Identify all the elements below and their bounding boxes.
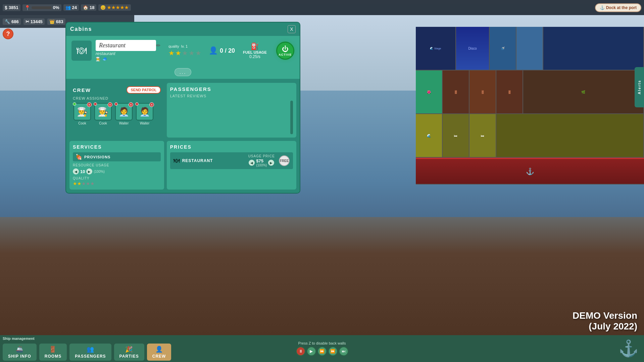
parties-label: PARTIES bbox=[119, 354, 139, 359]
crew-count: 24 bbox=[72, 5, 77, 10]
room-icon: 🍽 bbox=[77, 45, 87, 56]
dots-button[interactable]: ... bbox=[175, 68, 192, 76]
price-amount-display: $75 (100%) bbox=[256, 158, 267, 167]
room-name-input[interactable] bbox=[96, 40, 156, 51]
scrollbar[interactable] bbox=[290, 101, 293, 134]
crew-tab-label: CREW bbox=[152, 354, 166, 359]
cook-icon-sm: 👨‍🍳 bbox=[96, 57, 101, 61]
crew-dot-red2 bbox=[135, 102, 139, 106]
crew-hud-icon: 👥 bbox=[65, 5, 71, 10]
rating-stars: ★★★★★ bbox=[107, 5, 129, 10]
money-value: 3851 bbox=[9, 5, 18, 10]
crew-grid: 👨‍🍳 × Cook 👨‍🍳 × Cook bbox=[73, 103, 161, 125]
fast-forward-button[interactable]: ⏩ bbox=[317, 347, 327, 356]
resource-increase-button[interactable]: ▶ bbox=[86, 168, 92, 174]
dots-row: ... bbox=[66, 65, 300, 80]
crew-remove-cook1[interactable]: × bbox=[87, 102, 92, 107]
cook1-icon: 👨‍🍳 bbox=[77, 107, 88, 117]
crew-count-display: 👥 24 bbox=[63, 4, 79, 11]
ship-cutaway: 🌊 Stage Disco 🚿 🌺 🚪 🚪 🚪 🌿 🌊 🛏 🛏 ⚓ bbox=[416, 27, 644, 221]
crew-avatar-cook2[interactable]: 👨‍🍳 × bbox=[94, 103, 112, 120]
crew-avatar-cook1[interactable]: 👨‍🍳 × bbox=[73, 103, 91, 120]
crew-avatar-waiter1[interactable]: 🧑‍💼 × bbox=[115, 103, 133, 120]
quality-row: QUALITY ★★★★★ bbox=[73, 176, 161, 186]
crew-dot-green2 bbox=[94, 102, 97, 106]
nav-tab-rooms[interactable]: 🚪 ROOMS bbox=[39, 344, 67, 361]
power-button[interactable]: ⏻ ACTIVE bbox=[276, 42, 294, 60]
resource2-icon: ✂ bbox=[26, 19, 29, 24]
location-icon: 📍 bbox=[24, 5, 30, 10]
nav-tab-parties[interactable]: 🎉 PARTIES bbox=[114, 344, 144, 361]
resource3-icon: 👑 bbox=[49, 19, 55, 24]
person-icon: 👤 bbox=[209, 46, 218, 55]
resource-value: 10 bbox=[80, 169, 85, 174]
crew-card-waiter1: 🧑‍💼 × Waiter bbox=[114, 103, 133, 125]
modal-body: CREW SEND PATROL CREW ASSIGNED 👨‍🍳 × Coo… bbox=[66, 80, 300, 141]
modal-close-button[interactable]: X bbox=[288, 25, 296, 33]
send-patrol-button[interactable]: SEND PATROL bbox=[127, 86, 160, 94]
price-increase-button[interactable]: ▶ bbox=[268, 160, 274, 166]
free-toggle-button[interactable]: FREE bbox=[279, 155, 290, 166]
crew-avatar-waiter2[interactable]: 🧑‍💼 × bbox=[136, 103, 153, 120]
fastest-button[interactable]: ⏭ bbox=[339, 347, 348, 356]
rooms-icon: 🚪 bbox=[49, 346, 57, 353]
passengers-title: PASSENGERS bbox=[170, 86, 293, 92]
crew-remove-waiter1[interactable]: × bbox=[129, 102, 133, 107]
quality-row-label: QUALITY bbox=[73, 176, 161, 180]
fuel-icon: ⛽ bbox=[251, 42, 259, 50]
bottom-nav: Ship management 🚢 SHIP INFO 🚪 ROOMS 👥 PA… bbox=[0, 335, 644, 362]
crew-label-cook2: Cook bbox=[99, 121, 107, 125]
rooms-hud-icon: 🏠 bbox=[83, 5, 88, 10]
location-pct: 0% bbox=[53, 5, 59, 10]
ship-info-icon: 🚢 bbox=[16, 346, 23, 353]
resource-section: RESOURCE USAGE ◀ 10 ▶ (100%) bbox=[73, 163, 161, 174]
pause-button[interactable]: ⏸ bbox=[296, 347, 305, 356]
resource-decrease-button[interactable]: ◀ bbox=[73, 168, 79, 174]
crew-panel: CREW SEND PATROL CREW ASSIGNED 👨‍🍳 × Coo… bbox=[69, 83, 164, 138]
ship-info-label: SHIP INFO bbox=[8, 354, 31, 359]
resource1-display: 🔧 686 bbox=[3, 18, 21, 25]
resource1-value: 686 bbox=[11, 19, 19, 24]
crew-remove-waiter2[interactable]: × bbox=[149, 102, 154, 107]
fuel-value: 0.25/s bbox=[249, 54, 260, 59]
help-button[interactable]: ? bbox=[3, 29, 13, 39]
crew-card-cook1: 👨‍🍳 × Cook bbox=[73, 103, 92, 125]
nav-tab-crew[interactable]: 👤 CREW bbox=[147, 344, 171, 361]
crew-panel-title: CREW bbox=[73, 87, 91, 93]
price-amount: $75 bbox=[256, 158, 267, 163]
modal-container: Cabins X 🍽 ✏ restaurant 👨‍🍳 🧢 bbox=[65, 22, 300, 194]
money-icon: $ bbox=[5, 5, 7, 10]
play-button[interactable]: ▶ bbox=[307, 347, 316, 356]
faster-button[interactable]: ⏩ bbox=[328, 347, 338, 356]
resource-label: RESOURCE USAGE bbox=[73, 163, 161, 167]
prices-title: PRICES bbox=[170, 144, 293, 150]
capacity-section: 👤 0 / 20 bbox=[209, 46, 235, 55]
alerts-panel[interactable]: Alerts bbox=[635, 67, 644, 107]
crew-card-cook2: 👨‍🍳 × Cook bbox=[94, 103, 112, 125]
price-decrease-button[interactable]: ◀ bbox=[249, 160, 255, 166]
capacity-display: 0 / 20 bbox=[220, 47, 235, 54]
crew-panel-header: CREW SEND PATROL bbox=[73, 86, 161, 94]
reviews-content bbox=[170, 101, 288, 134]
demo-version: DEMO Version(July 2022) bbox=[573, 310, 637, 332]
dock-button[interactable]: ⚓ Dock at the port bbox=[595, 3, 641, 12]
anchor-decoration: ⚓ bbox=[618, 339, 639, 358]
playback-section: Press Z to disable back walls ⏸ ▶ ⏩ ⏩ ⏭ bbox=[296, 341, 348, 356]
quality-label: quality bbox=[168, 44, 179, 48]
resource1-icon: 🔧 bbox=[5, 19, 10, 24]
usage-price-label: USAGE PRICE bbox=[248, 154, 275, 158]
nav-tab-passengers[interactable]: 👥 PASSENGERS bbox=[69, 344, 111, 361]
crew-remove-cook2[interactable]: × bbox=[108, 102, 112, 107]
modal-bottom: SERVICES 🍖 PROVISIONS RESOURCE USAGE ◀ 1… bbox=[66, 141, 300, 193]
quality-level: lv. 1 bbox=[181, 44, 188, 48]
pencil-icon: ✏ bbox=[156, 42, 160, 49]
top-hud: $ 3851 📍 0% 👥 24 🏠 18 😊 ★★★★★ ⚓ Dock at … bbox=[0, 0, 644, 15]
alerts-label: Alerts bbox=[637, 80, 641, 94]
resource-pct: (100%) bbox=[94, 170, 104, 173]
resource2-value: 13445 bbox=[31, 19, 43, 24]
quality-stars: ★★★★★ bbox=[168, 49, 202, 57]
provision-label: PROVISIONS bbox=[84, 155, 110, 159]
nav-tab-ship-info[interactable]: 🚢 SHIP INFO bbox=[3, 344, 37, 361]
room-info: ✏ restaurant 👨‍🍳 🧢 bbox=[96, 40, 160, 61]
fuel-label: FUEL USAGE bbox=[243, 50, 267, 54]
